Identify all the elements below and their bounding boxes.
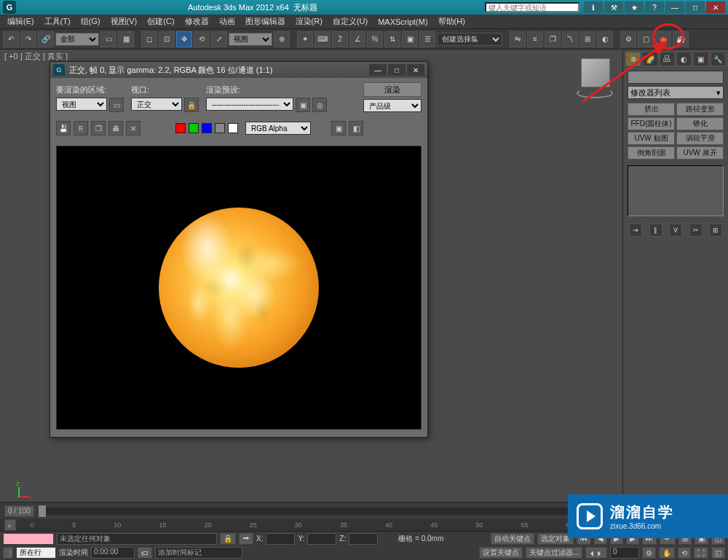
show-end-icon[interactable]: ‖ bbox=[649, 224, 662, 237]
remove-mod-icon[interactable]: ✂ bbox=[689, 224, 703, 237]
app-logo-icon[interactable]: G bbox=[3, 1, 16, 14]
render-max-button[interactable]: □ bbox=[388, 64, 405, 76]
toggle-ui-icon[interactable]: ◧ bbox=[349, 121, 363, 135]
menu-modifiers[interactable]: 修改器 bbox=[181, 15, 213, 28]
menu-tools[interactable]: 工具(T) bbox=[40, 15, 75, 28]
area-edit-icon[interactable]: ▭ bbox=[109, 98, 124, 112]
print-icon[interactable]: 🖶 bbox=[108, 121, 123, 135]
time-config-icon[interactable]: ⚙ bbox=[642, 547, 656, 559]
y-input[interactable] bbox=[307, 533, 336, 545]
star-icon[interactable]: ★ bbox=[625, 1, 644, 13]
render-output-canvas[interactable] bbox=[56, 146, 422, 430]
mod-btn-ffd[interactable]: FFD(圆柱体) bbox=[628, 117, 675, 130]
config-sets-icon[interactable]: ⊞ bbox=[709, 224, 722, 237]
manip-icon[interactable]: ✦ bbox=[297, 31, 313, 47]
snap-angle-icon[interactable]: ∠ bbox=[349, 31, 365, 47]
menu-edit[interactable]: 编辑(E) bbox=[3, 15, 39, 28]
scale-icon[interactable]: ⤢ bbox=[211, 31, 227, 47]
lock-viewport-icon[interactable]: 🔒 bbox=[184, 98, 199, 112]
green-channel-toggle[interactable] bbox=[189, 123, 199, 133]
add-time-tag[interactable]: 添加时间标记 bbox=[155, 547, 242, 559]
align-icon[interactable]: ≡ bbox=[527, 31, 543, 47]
render-frame-icon[interactable]: ▢ bbox=[638, 31, 654, 47]
schematic-icon[interactable]: ⊞ bbox=[579, 31, 596, 47]
undo-icon[interactable]: ↶ bbox=[3, 31, 19, 47]
x-input[interactable] bbox=[266, 533, 295, 545]
named-sel-icon[interactable]: ☰ bbox=[419, 31, 435, 47]
pin-stack-icon[interactable]: ⇥ bbox=[629, 224, 642, 237]
lock-selection-icon[interactable]: 🔒 bbox=[220, 533, 236, 545]
key-filters-button[interactable]: 关键点过滤器... bbox=[526, 547, 582, 559]
key-mode-icon[interactable]: ⏴⏵ bbox=[585, 547, 607, 559]
selection-filter-select[interactable]: 全部 bbox=[55, 33, 99, 46]
viewcube-cube-icon[interactable] bbox=[581, 58, 610, 87]
help-search-input[interactable] bbox=[485, 2, 579, 12]
panel-tab-modify-icon[interactable]: 🌈 bbox=[642, 52, 657, 66]
move-icon[interactable]: ✥ bbox=[176, 31, 192, 47]
mod-btn-taper[interactable]: 锥化 bbox=[676, 117, 724, 130]
menu-view[interactable]: 视图(V) bbox=[106, 15, 142, 28]
preset-select[interactable]: ----------------------------- bbox=[206, 98, 293, 111]
nav-minmax-icon[interactable]: ◱ bbox=[711, 547, 725, 559]
current-frame-input[interactable]: 0 bbox=[610, 547, 639, 559]
rotate-icon[interactable]: ⟲ bbox=[194, 31, 210, 47]
mod-btn-bevelprofile[interactable]: 倒角剖面 bbox=[628, 146, 675, 159]
select-icon[interactable]: ▭ bbox=[100, 31, 116, 47]
menu-graph[interactable]: 图形编辑器 bbox=[241, 15, 290, 28]
render-button[interactable]: 渲染 bbox=[363, 82, 422, 97]
snap2d-icon[interactable]: 2 bbox=[332, 31, 348, 47]
time-slider-thumb[interactable] bbox=[39, 505, 46, 517]
panel-tab-motion-icon[interactable]: ◐ bbox=[676, 52, 692, 66]
select-name-icon[interactable]: ▦ bbox=[118, 31, 134, 47]
save-image-icon[interactable]: 💾 bbox=[56, 121, 71, 135]
clear-icon[interactable]: ✕ bbox=[126, 121, 141, 135]
clone-window-icon[interactable]: ❐ bbox=[91, 121, 106, 135]
render-close-button[interactable]: ✕ bbox=[407, 64, 424, 76]
info-icon[interactable]: ℹ bbox=[584, 1, 603, 13]
keyboard-icon[interactable]: ⌨ bbox=[314, 31, 331, 47]
spinner-icon[interactable]: ⇅ bbox=[384, 31, 400, 47]
copy-image-icon[interactable]: ⎘ bbox=[74, 121, 88, 135]
render-setup-icon[interactable]: ⚙ bbox=[620, 31, 636, 47]
menu-group[interactable]: 组(G) bbox=[76, 15, 105, 28]
help-icon[interactable]: ? bbox=[645, 1, 664, 13]
area-select[interactable]: 视图 bbox=[56, 98, 107, 111]
modifier-list-select[interactable]: 修改器列表▾ bbox=[628, 86, 724, 99]
menu-customize[interactable]: 自定义(U) bbox=[328, 15, 372, 28]
maxscript-mini-listener[interactable] bbox=[3, 533, 54, 545]
layers-icon[interactable]: ❐ bbox=[545, 31, 561, 47]
close-button[interactable]: ✕ bbox=[706, 1, 725, 13]
mod-btn-uvwunwrap[interactable]: UVW 展开 bbox=[676, 146, 724, 159]
time-tag-icon[interactable]: 🏷 bbox=[138, 547, 152, 559]
panel-tab-display-icon[interactable]: ▣ bbox=[693, 52, 708, 66]
rect-select-icon[interactable]: ◻ bbox=[141, 31, 157, 47]
mono-channel-toggle[interactable] bbox=[228, 123, 238, 133]
center-icon[interactable]: ⊕ bbox=[274, 31, 290, 47]
environment-icon[interactable]: ◎ bbox=[312, 98, 327, 112]
mirror-icon[interactable]: ⇋ bbox=[510, 31, 526, 47]
render-window-titlebar[interactable]: G 正交, 帧 0, 显示 gamma: 2.2, RGBA 颜色 16 位/通… bbox=[50, 62, 427, 78]
mod-btn-turbosmooth[interactable]: 涡轮平滑 bbox=[676, 132, 724, 145]
viewport-label[interactable]: [ +0 ] 正交 [ 真实 ] bbox=[4, 51, 68, 62]
abs-rel-icon[interactable]: ⮕ bbox=[239, 533, 253, 545]
viewcube[interactable] bbox=[575, 58, 615, 98]
curve-editor-icon[interactable]: 〽 bbox=[562, 31, 578, 47]
menu-help[interactable]: 帮助(H) bbox=[434, 15, 470, 28]
mod-btn-extrude[interactable]: 挤出 bbox=[628, 103, 675, 116]
ref-coord-select[interactable]: 视图 bbox=[229, 33, 272, 46]
menu-animation[interactable]: 动画 bbox=[215, 15, 240, 28]
menu-render[interactable]: 渲染(R) bbox=[291, 15, 327, 28]
minimize-button[interactable]: — bbox=[665, 1, 684, 13]
blue-channel-toggle[interactable] bbox=[202, 123, 212, 133]
nav-maximize-icon[interactable]: ⛶ bbox=[694, 547, 708, 559]
menu-create[interactable]: 创建(C) bbox=[143, 15, 178, 28]
panel-tab-hierarchy-icon[interactable]: 品 bbox=[660, 52, 675, 66]
object-name-field[interactable] bbox=[628, 71, 724, 84]
auto-key-button[interactable]: 自动关键点 bbox=[491, 533, 534, 545]
panel-tab-create-icon[interactable]: ✲ bbox=[625, 52, 641, 66]
set-key-button[interactable]: 设置关键点 bbox=[479, 547, 523, 559]
unique-icon[interactable]: ∀ bbox=[669, 224, 682, 237]
window-crossing-icon[interactable]: ⊡ bbox=[159, 31, 175, 47]
channel-select[interactable]: RGB Alpha bbox=[245, 122, 311, 135]
edged-icon[interactable]: ▣ bbox=[402, 31, 418, 47]
